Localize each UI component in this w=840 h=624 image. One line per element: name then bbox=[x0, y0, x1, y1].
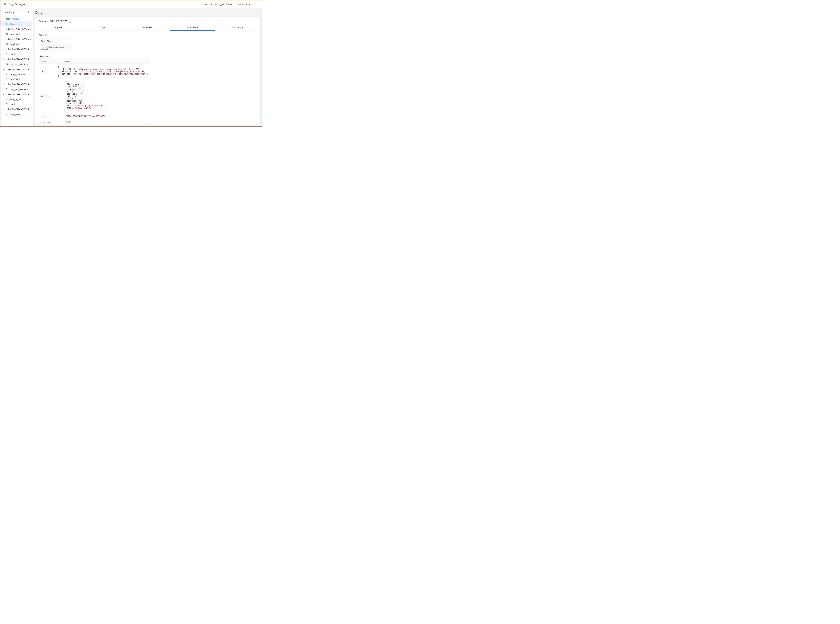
app-logo: Tag Manager bbox=[3, 2, 25, 6]
client-section-label: Client ? bbox=[39, 34, 256, 36]
chevron-down-icon: ▾ bbox=[2, 58, 5, 60]
event-data-table: Name Value _links{ self: [{href: "https:… bbox=[39, 59, 150, 124]
event-group-header[interactable]: ▾collect?v=2&tid=G-WJ5CL… bbox=[0, 36, 33, 42]
table-row: billing{ first_name: "z", last_name: "z"… bbox=[39, 79, 150, 113]
event-group-header[interactable]: ▾order_created bbox=[0, 16, 33, 22]
cell-name: _links bbox=[39, 69, 56, 74]
event-data-label: Event Data bbox=[39, 55, 256, 57]
table-row: _links{ self: [{href: "https://wp-demo.s… bbox=[39, 64, 150, 79]
event-group-header[interactable]: ▾collect?v=2&tid=G-WJ5CL… bbox=[0, 66, 33, 72]
item-number: 11 bbox=[6, 53, 9, 56]
chevron-down-icon: ▾ bbox=[2, 38, 5, 40]
event-group-label: collect?v=2&tid=G-WJ5CL… bbox=[6, 28, 32, 30]
item-label: user_engagement bbox=[10, 88, 28, 91]
client-name: Data Client bbox=[39, 38, 71, 44]
table-row: cart_hash"7915ac688a74a73d1e27dcd4f08950… bbox=[39, 113, 150, 119]
sidebar-item[interactable]: 9begin_checkout bbox=[0, 72, 33, 77]
card-header: Output of GTM-PF2RC57 ? bbox=[36, 17, 260, 24]
tab[interactable]: Console (0) bbox=[215, 24, 260, 31]
page-title: Data bbox=[33, 8, 262, 17]
client-label-text: Client bbox=[39, 34, 44, 36]
cell-value: { first_name: "z", last_name: "z", compa… bbox=[62, 79, 150, 113]
cell-value: "7915ac688a74a73d1e27dcd4f0895098" bbox=[62, 113, 150, 119]
svg-point-5 bbox=[257, 5, 257, 5]
svg-point-3 bbox=[257, 3, 257, 4]
table-header: Name Value bbox=[39, 59, 150, 64]
chevron-down-icon: ▾ bbox=[2, 48, 5, 50]
event-group-header[interactable]: ▾collect?v=2&tid=G-WJ5CL… bbox=[0, 82, 33, 87]
chevron-down-icon: ▾ bbox=[2, 83, 5, 85]
version-name: QUICK_PREVIEW bbox=[213, 3, 232, 6]
sidebar-item[interactable]: 11scroll bbox=[0, 52, 33, 57]
sidebar-item[interactable]: 5scroll bbox=[0, 102, 33, 107]
chevron-down-icon: ▾ bbox=[2, 28, 5, 30]
tag-manager-icon bbox=[3, 2, 7, 6]
item-label: page_view bbox=[10, 78, 20, 80]
help-icon[interactable]: ? bbox=[45, 34, 48, 36]
output-container-id: GTM-PF2RC57 bbox=[50, 20, 67, 23]
item-number: 14 bbox=[6, 23, 9, 25]
item-label: Data bbox=[10, 23, 15, 25]
item-number: 7 bbox=[6, 88, 9, 91]
item-label: begin_checkout bbox=[10, 73, 25, 76]
cell-value: "0.00" bbox=[62, 119, 150, 124]
item-label: scroll bbox=[10, 103, 15, 105]
clear-icon[interactable] bbox=[28, 11, 30, 14]
version-prefix: Version: bbox=[205, 3, 214, 6]
sidebar-summary[interactable]: Summary bbox=[0, 8, 33, 16]
sidebar-item[interactable]: 7user_engagement bbox=[0, 87, 33, 92]
item-label: user_engagement bbox=[10, 63, 28, 65]
event-group-header[interactable]: ▾collect?v=2&tid=G-WJ5CL… bbox=[0, 46, 33, 52]
sidebar-item[interactable]: 12purchase bbox=[0, 42, 33, 46]
item-label: page_view bbox=[10, 33, 20, 35]
client-sub: Request Data to Event Data - Claimed bbox=[39, 44, 71, 51]
help-icon[interactable]: ? bbox=[69, 20, 71, 23]
event-group-label: collect?v=2&tid=G-WJ5CL… bbox=[6, 58, 32, 60]
item-number: 10 bbox=[6, 63, 9, 65]
container-id: GTM-PF2RC57 bbox=[236, 3, 251, 6]
item-number: 5 bbox=[6, 103, 9, 105]
cell-name: cart_tax bbox=[39, 119, 62, 124]
version-label: Version: QUICK_PREVIEW bbox=[205, 3, 232, 6]
card-body: Client ? Data Client Request Data to Eve… bbox=[36, 31, 260, 124]
item-label: scroll bbox=[10, 53, 15, 56]
sidebar-item[interactable]: 4page_view bbox=[0, 112, 33, 117]
summary-label: Summary bbox=[5, 11, 14, 14]
cell-name: cart_hash bbox=[39, 113, 62, 119]
sidebar-item[interactable]: 6add_to_cart bbox=[0, 97, 33, 102]
more-vert-icon[interactable] bbox=[255, 2, 259, 6]
col-name: Name bbox=[39, 59, 62, 64]
product-name: Tag Manager bbox=[8, 3, 25, 6]
tab[interactable]: Variables bbox=[125, 24, 170, 31]
event-group-label: order_created bbox=[6, 18, 20, 20]
event-group-header[interactable]: ▾collect?v=2&tid=G-WJ5CL… bbox=[0, 26, 33, 32]
tab[interactable]: Tags bbox=[80, 24, 125, 31]
header-right: Version: QUICK_PREVIEW GTM-PF2RC57 bbox=[205, 2, 259, 6]
sidebar-item[interactable]: 13page_view bbox=[0, 32, 33, 36]
event-group-header[interactable]: ▾collect?v=2&tid=G-WJ5CL… bbox=[0, 57, 33, 62]
chevron-down-icon: ▾ bbox=[2, 68, 5, 70]
event-group-header[interactable]: ▾collect?v=2&tid=G-WJ5CL… bbox=[0, 92, 33, 97]
sidebar-item[interactable]: 10user_engagement bbox=[0, 62, 33, 66]
item-label: page_view bbox=[10, 113, 20, 116]
event-group-header[interactable]: ▾collect?v=2&tid=G-WJ5CL… bbox=[0, 107, 33, 112]
event-group-label: collect?v=2&tid=G-WJ5CL… bbox=[6, 48, 32, 50]
sidebar-item[interactable]: 14Data bbox=[0, 22, 32, 26]
tab[interactable]: Event Data bbox=[170, 24, 215, 31]
tabs: RequestTagsVariablesEvent DataConsole (0… bbox=[36, 24, 260, 31]
sidebar: Summary ▾order_created14Data▾collect?v=2… bbox=[0, 8, 33, 127]
output-card: Output of GTM-PF2RC57 ? RequestTagsVaria… bbox=[35, 17, 260, 124]
client-box[interactable]: Data Client Request Data to Event Data -… bbox=[39, 38, 72, 51]
cell-value: { self: [{href: "https://wp-demo.stape.i… bbox=[56, 64, 150, 79]
event-group-label: collect?v=2&tid=G-WJ5CL… bbox=[6, 93, 32, 96]
sidebar-item[interactable]: 8page_view bbox=[0, 77, 33, 82]
tab[interactable]: Request bbox=[36, 24, 80, 31]
cell-name: billing bbox=[39, 93, 62, 99]
chevron-down-icon: ▾ bbox=[2, 18, 5, 20]
item-number: 4 bbox=[6, 113, 9, 116]
event-group-label: collect?v=2&tid=G-WJ5CL… bbox=[6, 38, 32, 40]
table-row: cart_tax"0.00" bbox=[39, 119, 150, 124]
output-title: Output of GTM-PF2RC57 bbox=[39, 20, 67, 23]
svg-point-4 bbox=[257, 4, 257, 5]
item-number: 8 bbox=[6, 78, 9, 80]
